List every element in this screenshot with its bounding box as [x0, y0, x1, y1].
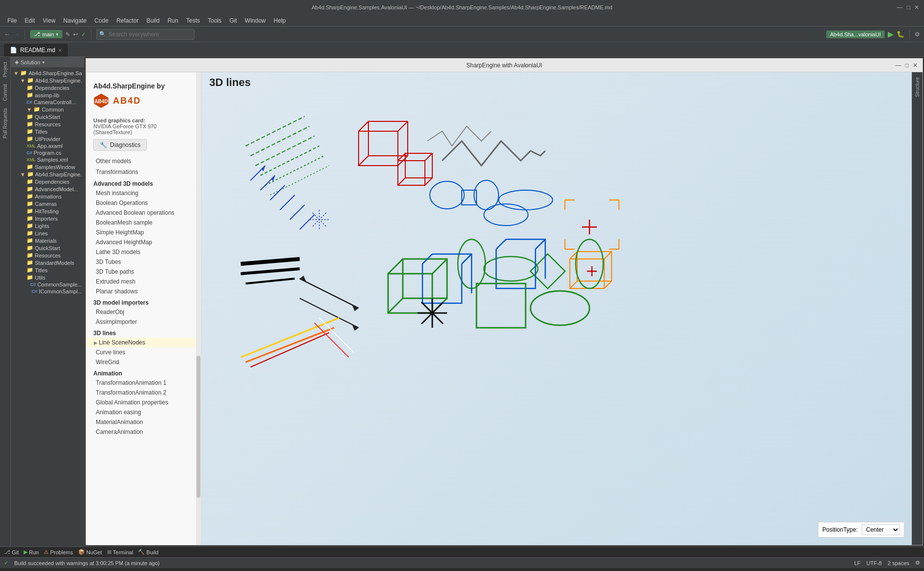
sample-item-line-scene-nodes[interactable]: ▶ Line SceneNodes — [86, 338, 201, 347]
sample-item-global-anim[interactable]: Global Animation properties — [86, 398, 201, 407]
tab-readme[interactable]: 📄 README.md ✕ — [4, 44, 68, 57]
app-restore-btn[interactable]: □ — [905, 62, 909, 69]
tree-item[interactable]: ▼📁Ab4d.SharpEngine.Sa — [11, 69, 84, 77]
sample-item-assimp[interactable]: AssimpImporter — [86, 317, 201, 327]
menu-code[interactable]: Code — [91, 16, 112, 25]
toolbar-action-2[interactable]: ↩ — [73, 31, 78, 38]
tree-item[interactable]: 📁assimp-lib — [11, 91, 84, 99]
menu-refactor[interactable]: Refactor — [113, 16, 142, 25]
settings-icon[interactable]: ⚙ — [915, 560, 920, 566]
run-btn[interactable]: ▶ — [888, 29, 894, 39]
app-close-btn[interactable]: ✕ — [913, 62, 918, 69]
diagnostics-button[interactable]: 🔧 Diagnostics — [93, 139, 147, 151]
forward-btn[interactable]: → — [13, 30, 20, 38]
menu-file[interactable]: File — [4, 16, 20, 25]
tree-item[interactable]: C#Program.cs — [11, 149, 84, 156]
sample-item-wiregrid[interactable]: WireGrid — [86, 357, 201, 367]
sample-item-boolean-mesh[interactable]: BooleanMesh sample — [86, 218, 201, 228]
pull-requests-btn[interactable]: Pull Requests — [1, 105, 9, 142]
tree-item[interactable]: XMLApp.axaml — [11, 143, 84, 149]
menu-edit[interactable]: Edit — [21, 16, 38, 25]
sample-item-anim-easing[interactable]: Animation easing — [86, 407, 201, 417]
sample-item-lathe[interactable]: Lathe 3D models — [86, 247, 201, 257]
menu-navigate[interactable]: Navigate — [60, 16, 90, 25]
tree-item-lights[interactable]: 📁Lights — [11, 222, 84, 229]
tree-item[interactable]: 📁SamplesWindow — [11, 163, 84, 171]
sample-item-adv-heightmap[interactable]: Advanced HeightMap — [86, 237, 201, 247]
sample-item-reader-obj[interactable]: ReaderObj — [86, 307, 201, 317]
back-btn[interactable]: ← — [4, 30, 10, 38]
run-build-btn[interactable]: 🔨 Build — [138, 549, 158, 555]
minimize-btn[interactable]: — — [897, 4, 903, 11]
sample-item-3d-tube-paths[interactable]: 3D Tube paths — [86, 267, 201, 277]
solution-header[interactable]: ◈ Solution ▾ — [11, 57, 84, 67]
run-run-btn[interactable]: ▶ Run — [24, 549, 39, 555]
menu-tools[interactable]: Tools — [204, 16, 225, 25]
run-terminal-btn[interactable]: ⊞ Terminal — [107, 549, 134, 555]
sample-item-extruded-mesh[interactable]: Extruded mesh — [86, 277, 201, 286]
tree-item[interactable]: 📁Materials — [11, 237, 84, 244]
tree-item[interactable]: ▼📁Ab4d.SharpEngine. — [11, 77, 84, 84]
search-input[interactable] — [96, 29, 195, 40]
tree-item[interactable]: 📁Dependencies — [11, 84, 84, 91]
sample-item-other-models[interactable]: Other models — [86, 156, 201, 167]
menu-help[interactable]: Help — [270, 16, 289, 25]
sample-item-boolean-ops[interactable]: Boolean Operations — [86, 198, 201, 208]
settings-btn[interactable]: ⚙ — [915, 31, 920, 38]
run-problems-btn[interactable]: ⚠ Problems — [44, 549, 73, 555]
toolbar-action-3[interactable]: ✓ — [81, 31, 86, 38]
tree-item-common[interactable]: ▼📁Common — [11, 106, 84, 113]
tree-item[interactable]: 📁Resources — [11, 252, 84, 259]
tree-item[interactable]: 📁Titles — [11, 266, 84, 274]
tree-item[interactable]: 📁Dependencies — [11, 178, 84, 185]
menu-run[interactable]: Run — [164, 16, 182, 25]
tree-item[interactable]: 📁Resources — [11, 120, 84, 128]
sample-item-3d-tubes[interactable]: 3D Tubes — [86, 257, 201, 267]
tree-item[interactable]: 📁Cameras — [11, 200, 84, 207]
sample-item-transformations[interactable]: Transformations — [86, 167, 201, 177]
sample-item-simple-heightmap[interactable]: Simple HeightMap — [86, 228, 201, 237]
run-nuget-btn[interactable]: 📦 NuGet — [78, 549, 102, 555]
tree-item[interactable]: XMLSamples.xml — [11, 156, 84, 163]
tree-item[interactable]: 📁QuickStart — [11, 113, 84, 120]
maximize-btn[interactable]: □ — [907, 4, 910, 11]
debug-btn[interactable]: 🐛 — [896, 30, 904, 38]
structure-panel-btn[interactable]: Structure — [913, 74, 922, 100]
project-panel-btn[interactable]: Project — [1, 59, 9, 80]
tree-item[interactable]: 📁HitTesting — [11, 207, 84, 215]
menu-build[interactable]: Build — [143, 16, 163, 25]
tree-item[interactable]: 📁Animations — [11, 193, 84, 200]
tree-item[interactable]: 📁AdvancedModel... — [11, 185, 84, 193]
toolbar-action-1[interactable]: ✎ — [65, 31, 70, 38]
sample-item-transform-anim-1[interactable]: TransformationAnimation 1 — [86, 378, 201, 388]
sample-item-planar-shadows[interactable]: Planar shadows — [86, 286, 201, 296]
tree-item[interactable]: 📁Importers — [11, 215, 84, 222]
tree-item[interactable]: 📁Utils — [11, 274, 84, 281]
menu-tests[interactable]: Tests — [183, 16, 203, 25]
branch-indicator[interactable]: ⎇ main ▾ — [30, 30, 62, 38]
tree-item[interactable]: C#CameraControll... — [11, 99, 84, 106]
tree-item[interactable]: 📁Titles — [11, 128, 84, 135]
menu-window[interactable]: Window — [241, 16, 269, 25]
close-btn[interactable]: ✕ — [914, 4, 919, 11]
tree-item[interactable]: ▼📁Ab4d.SharpEngine. — [11, 171, 84, 178]
tree-item[interactable]: C#CommonSample... — [11, 281, 84, 288]
run-git-btn[interactable]: ⎇ Git — [4, 549, 19, 555]
tree-item[interactable]: 📁QuickStart — [11, 244, 84, 252]
run-config[interactable]: Ab4d.Sha...valoniaUI — [826, 30, 885, 38]
tree-item[interactable]: 📁StandardModels — [11, 259, 84, 266]
sample-item-mesh-instancing[interactable]: Mesh instancing — [86, 188, 201, 198]
sample-item-transform-anim-2[interactable]: TransformationAnimation 2 — [86, 388, 201, 398]
commit-panel-btn[interactable]: Commit — [1, 81, 9, 104]
sample-item-curve-lines[interactable]: Curve lines — [86, 347, 201, 357]
tree-item[interactable]: 📁Lines — [11, 229, 84, 237]
scroll-thumb[interactable] — [196, 356, 200, 498]
sample-item-material-anim[interactable]: MaterialAnimation — [86, 417, 201, 427]
tree-item[interactable]: 📁UIProvider — [11, 135, 84, 143]
position-type-select[interactable]: Center TopLeft TopRight — [862, 524, 900, 535]
tab-close-icon[interactable]: ✕ — [58, 48, 62, 53]
menu-git[interactable]: Git — [226, 16, 240, 25]
sample-item-adv-boolean[interactable]: Advanced Boolean operations — [86, 208, 201, 218]
tree-item[interactable]: C#ICommonSampl... — [11, 288, 84, 295]
menu-view[interactable]: View — [39, 16, 59, 25]
